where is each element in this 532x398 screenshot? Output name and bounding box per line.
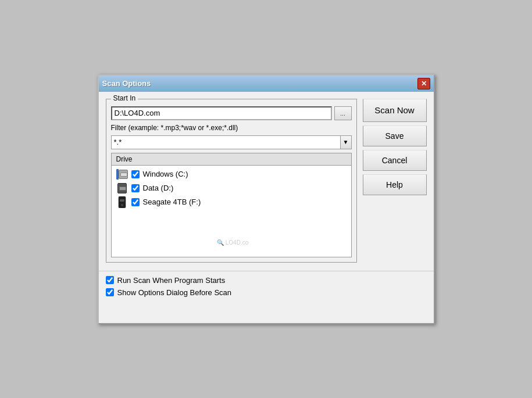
path-input[interactable] [111,106,332,120]
start-in-legend: Start In [111,94,138,102]
list-item: Windows (C:) [114,168,349,181]
show-options-checkbox[interactable] [106,288,114,296]
run-scan-row: Run Scan When Program Starts [106,276,427,285]
browse-button[interactable]: ... [334,106,352,120]
save-button[interactable]: Save [363,126,427,146]
filter-label: Filter (example: *.mp3;*wav or *.exe;*.d… [111,124,352,132]
watermark-logo: 🔍 LO4D.com [214,236,249,248]
drive-table-header: Drive [112,153,351,166]
drive-list: Windows (C:) Data (D:) [112,166,351,211]
window-body: Start In ... Filter (example: *.mp3;*wav… [99,92,434,270]
watermark: 🔍 LO4D.com [112,234,351,252]
svg-text:🔍 LO4D.com: 🔍 LO4D.com [217,239,249,246]
start-in-content: ... Filter (example: *.mp3;*wav or *.exe… [111,106,352,257]
help-button[interactable]: Help [363,174,427,195]
drive-name-f: Seagate 4TB (F:) [143,198,201,206]
show-options-label: Show Options Dialog Before Scan [117,288,232,297]
drive-icon-c [116,169,128,180]
drive-checkbox-d[interactable] [131,184,140,192]
list-item: Data (D:) [114,182,349,195]
window-title: Scan Options [102,79,151,88]
scan-options-dialog: Scan Options ✕ Start In ... Filter (exam… [98,74,435,324]
drive-name-d: Data (D:) [143,184,174,192]
drive-icon-d [116,183,128,193]
svg-point-2 [121,204,123,206]
svg-rect-1 [120,199,124,202]
run-scan-checkbox[interactable] [106,276,114,284]
list-item: Seagate 4TB (F:) [114,196,349,209]
window-footer: Run Scan When Program Starts Show Option… [99,271,434,304]
close-button[interactable]: ✕ [417,78,430,89]
start-in-group: Start In ... Filter (example: *.mp3;*wav… [106,99,357,263]
title-bar: Scan Options ✕ [99,76,434,92]
drive-name-c: Windows (C:) [143,170,188,178]
drive-checkbox-f[interactable] [131,198,140,206]
path-row: ... [111,106,352,120]
filter-row: ▼ [111,135,352,149]
run-scan-label: Run Scan When Program Starts [117,276,226,285]
filter-input[interactable] [111,135,340,149]
side-panel: Scan Now Save Cancel Help [363,99,427,263]
drive-checkbox-c[interactable] [131,170,140,178]
main-panel: Start In ... Filter (example: *.mp3;*wav… [106,99,357,263]
scan-now-button[interactable]: Scan Now [363,99,427,122]
seagate-icon [117,196,127,208]
show-options-row: Show Options Dialog Before Scan [106,288,427,297]
drive-icon-f [116,197,128,207]
filter-dropdown-button[interactable]: ▼ [340,135,352,149]
cancel-button[interactable]: Cancel [363,150,427,171]
drive-table: Drive Wind [111,153,352,257]
